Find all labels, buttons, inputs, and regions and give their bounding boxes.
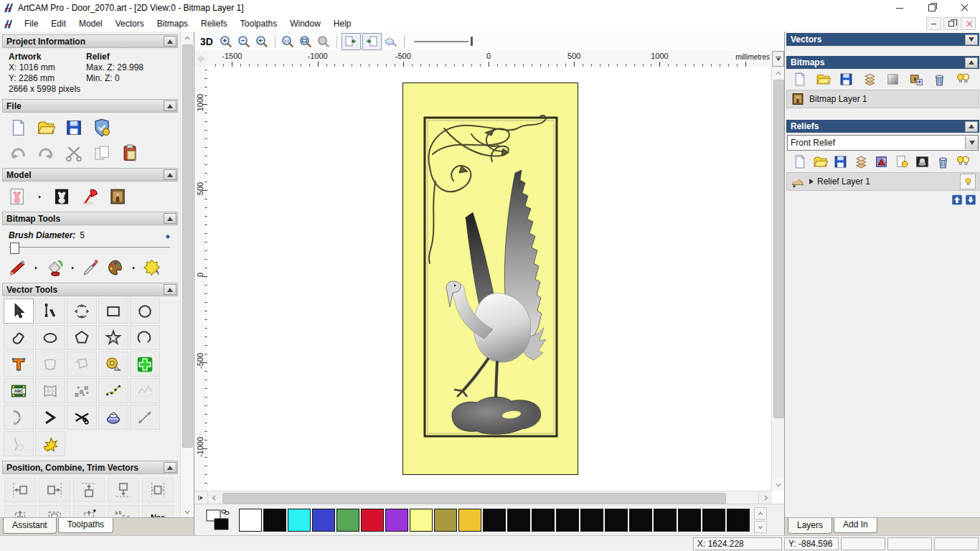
flyout-arrow-icon[interactable] <box>70 265 76 271</box>
new-relief-icon[interactable] <box>792 154 807 169</box>
create-polyline-button[interactable] <box>4 325 34 350</box>
save-model-icon[interactable] <box>65 118 83 137</box>
mdi-restore-button[interactable] <box>943 17 958 30</box>
copy-icon[interactable] <box>93 143 111 162</box>
palette-swatch-2[interactable] <box>288 509 311 532</box>
menu-reliefs[interactable]: Reliefs <box>194 17 234 30</box>
offset-vectors-button[interactable] <box>67 352 97 377</box>
zoom-in-button[interactable] <box>217 34 235 50</box>
simplify-vectors-icon[interactable] <box>136 382 154 400</box>
save-bitmap-icon[interactable] <box>839 72 854 87</box>
palette-swatch-20[interactable] <box>727 509 750 532</box>
reduce-colours-icon[interactable] <box>143 258 161 277</box>
fit-arcs-button[interactable] <box>98 378 128 403</box>
bisect-lines-icon[interactable] <box>42 409 59 426</box>
create-text-button[interactable] <box>4 352 34 377</box>
assistant-scrollbar[interactable] <box>180 32 194 518</box>
mdi-close-button[interactable] <box>961 17 976 30</box>
node-editing-icon[interactable] <box>42 303 59 320</box>
text-on-curve-icon[interactable]: ABC <box>10 382 27 400</box>
menu-vectors[interactable]: Vectors <box>109 17 151 30</box>
spin-profile-button[interactable] <box>98 405 128 430</box>
centre-in-page-icon[interactable] <box>80 508 98 518</box>
canvas-vertical-scrollbar[interactable] <box>771 67 784 491</box>
select-vectors-button[interactable] <box>4 298 34 324</box>
primary-secondary-colour-chip[interactable] <box>206 508 233 532</box>
palette-swatch-13[interactable] <box>556 509 579 532</box>
centre-vertical-icon[interactable] <box>45 508 64 518</box>
paint-brush-icon[interactable] <box>9 258 27 277</box>
select-vectors-icon[interactable] <box>10 303 27 320</box>
create-arc-button[interactable] <box>130 325 160 350</box>
model-options-icon[interactable] <box>93 118 111 137</box>
menu-help[interactable]: Help <box>327 17 358 30</box>
wrap-text-button[interactable] <box>35 352 65 377</box>
nesting-button[interactable]: Nes <box>142 505 174 518</box>
undo-icon[interactable] <box>9 143 27 162</box>
open-model-icon[interactable] <box>37 118 55 137</box>
palette-swatch-3[interactable] <box>312 509 335 532</box>
transfer-relief-icon[interactable] <box>874 154 889 169</box>
palette-scroll-up-button[interactable] <box>754 507 767 519</box>
collapse-position-tools-button[interactable] <box>164 462 176 473</box>
palette-swatch-5[interactable] <box>361 509 384 532</box>
palette-swatch-8[interactable] <box>434 509 457 532</box>
section-profile-button[interactable] <box>4 431 34 456</box>
bisect-lines-button[interactable] <box>35 405 65 430</box>
create-star-button[interactable] <box>98 325 128 350</box>
relief-visibility-button[interactable] <box>960 174 976 189</box>
zoom-fit-button[interactable] <box>297 34 315 50</box>
colour-palette-icon[interactable] <box>106 258 125 277</box>
palette-swatch-16[interactable] <box>629 509 652 532</box>
spin-profile-icon[interactable] <box>105 409 122 426</box>
canvas-scroll-right-button[interactable] <box>758 492 772 504</box>
flyout-arrow-icon[interactable] <box>131 265 137 271</box>
palette-swatch-12[interactable] <box>532 509 555 532</box>
wrap-text-icon[interactable] <box>42 356 59 373</box>
scroll-up-button[interactable] <box>181 32 193 44</box>
node-editing-button[interactable] <box>35 298 65 324</box>
relief-layer-item[interactable]: Relief Layer 1 <box>786 172 979 191</box>
invert-model-icon[interactable] <box>52 187 71 206</box>
collapse-model-button[interactable] <box>164 169 176 180</box>
trim-vectors-icon[interactable] <box>73 409 90 426</box>
snap-view-right-button[interactable] <box>362 33 382 50</box>
redo-icon[interactable] <box>37 143 55 162</box>
snap-view-left-button[interactable] <box>341 33 361 50</box>
create-circle-icon[interactable] <box>136 303 154 320</box>
canvas-hscroll-thumb[interactable] <box>222 493 726 504</box>
paste-along-curve-icon[interactable] <box>73 382 90 400</box>
align-centre-button[interactable] <box>142 478 174 502</box>
collapse-file-button[interactable] <box>164 100 176 111</box>
block-copy-button[interactable] <box>130 352 160 377</box>
palette-swatch-7[interactable] <box>410 509 433 532</box>
mdi-minimize-button[interactable] <box>926 17 941 30</box>
fit-curves-button[interactable] <box>4 405 34 430</box>
create-text-icon[interactable] <box>10 356 27 373</box>
flyout-diamond-icon[interactable]: ◆ <box>166 233 170 240</box>
palette-swatch-11[interactable] <box>507 509 530 532</box>
nesting-icon[interactable]: Nes <box>149 508 167 518</box>
menu-model[interactable]: Model <box>72 17 109 30</box>
text-on-curve-button[interactable]: ABC <box>4 378 34 403</box>
canvas-scroll-up-button[interactable] <box>772 67 784 79</box>
align-top-button[interactable] <box>73 478 105 502</box>
block-copy-icon[interactable] <box>136 356 154 373</box>
create-ellipse-button[interactable] <box>35 325 65 350</box>
toggle-all-reliefs-icon[interactable] <box>956 154 971 169</box>
ruler-options-button[interactable] <box>772 51 784 67</box>
brush-diameter-slider[interactable] <box>6 242 170 253</box>
create-polyline-icon[interactable] <box>10 329 27 347</box>
tab-assistant[interactable]: Assistant <box>3 518 57 534</box>
align-left-button[interactable] <box>4 478 36 502</box>
open-bitmap-icon[interactable] <box>816 72 831 87</box>
cut-icon[interactable] <box>65 143 83 162</box>
bitmap-gradient-icon[interactable] <box>885 72 900 87</box>
centre-vertical-button[interactable] <box>39 505 70 518</box>
measure-distance-icon[interactable] <box>136 409 154 426</box>
create-polygon-icon[interactable] <box>73 329 90 347</box>
align-top-icon[interactable] <box>80 481 98 499</box>
align-bottom-button[interactable] <box>108 478 139 502</box>
simplify-vectors-button[interactable] <box>130 378 160 403</box>
centre-in-page-button[interactable] <box>73 505 105 518</box>
